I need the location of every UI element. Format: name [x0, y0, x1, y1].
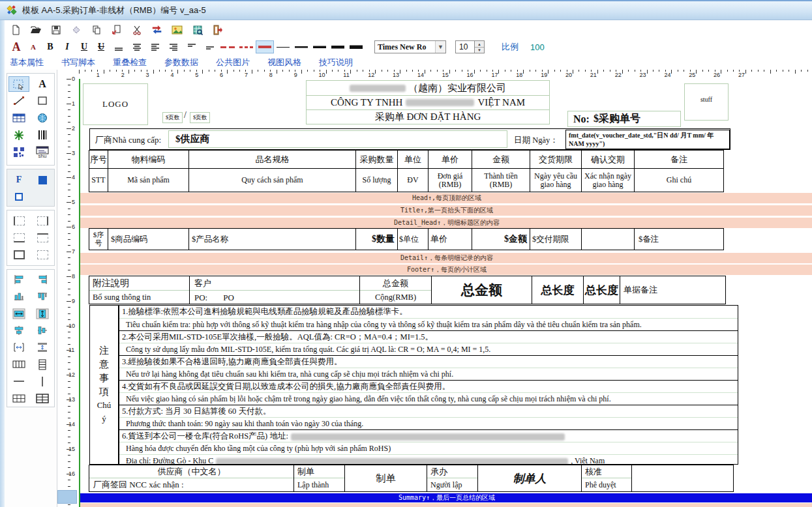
rect-tool[interactable] — [32, 93, 53, 109]
footer-total-label-cell[interactable]: 总金额 Cộng(RMB) — [359, 276, 432, 304]
fill-color-button[interactable] — [32, 172, 53, 188]
align-middle-text-icon[interactable] — [201, 40, 219, 53]
align-top-text-icon[interactable] — [183, 40, 201, 53]
font-size-spinner[interactable]: 10 ▲ ▼ — [455, 40, 485, 53]
detail-cell-0[interactable]: $序号 — [89, 228, 108, 250]
import-icon[interactable] — [110, 24, 123, 36]
band-next-partial[interactable] — [80, 503, 812, 507]
company-name-vn-box[interactable]: CÔNG TY TNHH VIỆT NAM — [306, 95, 550, 110]
line-dash-icon[interactable] — [219, 40, 237, 53]
ruler-corner-marker[interactable] — [57, 490, 77, 504]
table-tool[interactable] — [8, 110, 29, 126]
align-center-icon[interactable] — [128, 40, 146, 53]
tab-1[interactable]: 基本属性 — [10, 57, 44, 68]
line-hair-icon[interactable] — [274, 40, 292, 53]
strikethrough-button[interactable]: U — [93, 40, 110, 53]
band-footer[interactable]: Footer↑，每页的小计区域 — [80, 265, 812, 275]
select-tool[interactable] — [8, 76, 29, 92]
font-button[interactable]: F — [8, 172, 29, 188]
border-none-button[interactable] — [32, 247, 53, 263]
line-tool[interactable] — [8, 93, 29, 109]
note-vn-3[interactable]: Nếu trở lại hàng không đạt tiêu chuẩn sa… — [119, 368, 738, 380]
image-icon[interactable] — [171, 24, 184, 36]
stuff-box[interactable]: stuff — [684, 83, 729, 121]
split-columns-button[interactable] — [8, 356, 29, 372]
note-cn-1[interactable]: 1.撿驗標準:依照本公司進料撿驗規範與电线類產品撿驗規範及產品撿驗標準卡。 — [119, 306, 738, 318]
font-shrink-button[interactable]: A — [25, 40, 42, 53]
barcode-color-tool[interactable] — [8, 127, 29, 143]
open-icon[interactable] — [29, 24, 42, 36]
tab-6[interactable]: 视图风格 — [267, 57, 301, 68]
note-address[interactable]: Địa chỉ: Đường Gò - Khu C, Việt Nam — [119, 454, 738, 465]
note-vn-1[interactable]: Tiêu chuẩn kiểm tra: phù hợp với thông s… — [119, 318, 738, 330]
web-check-icon[interactable] — [191, 24, 204, 36]
bold-button[interactable]: B — [42, 40, 59, 53]
footer-length1-cell[interactable]: 总长度 — [532, 276, 584, 304]
image-tool[interactable] — [32, 110, 53, 126]
header-col-8[interactable]: 确认交期Xác nhận ngày giao hàng — [581, 150, 635, 192]
barcode-tool[interactable] — [32, 127, 53, 143]
order-no-box[interactable]: No: $采购单号 — [567, 111, 681, 127]
band-detail-head[interactable]: Detail_Head↑，明细标题区的内容 — [80, 218, 812, 228]
center-horizontal-button[interactable] — [8, 323, 29, 338]
header-col-5[interactable]: 单价Đơn giá (RMB) — [428, 150, 472, 192]
header-col-3[interactable]: 采购数量Số lượng — [355, 150, 398, 192]
header-col-0[interactable]: 序号STT — [89, 150, 108, 192]
band-detail[interactable]: Detail↑，每条明细记录的内容 — [80, 253, 812, 263]
logo-box[interactable]: LOGO — [83, 83, 148, 125]
underline-button[interactable]: U — [76, 40, 93, 53]
border-bottom-button[interactable] — [8, 230, 29, 246]
align-rights-button[interactable] — [32, 272, 53, 287]
same-width-button[interactable] — [8, 306, 29, 321]
border-top-button[interactable] — [32, 230, 53, 246]
h-spacing-button[interactable] — [8, 340, 29, 355]
exit-icon[interactable] — [211, 24, 224, 36]
header-col-1[interactable]: 物料编码Mã sản phẩm — [108, 150, 189, 192]
vertical-line-button[interactable] — [32, 373, 53, 389]
line-thick-icon[interactable] — [329, 40, 347, 53]
copy-icon[interactable] — [90, 24, 103, 36]
sig-empty-cell[interactable] — [631, 465, 734, 492]
qrcode-tool[interactable] — [8, 144, 29, 160]
border-all-button[interactable] — [8, 247, 29, 263]
footer-length2-cell[interactable]: 总长度 — [583, 276, 620, 304]
sig-supplier-cell[interactable]: 供应商（中文名） 厂商签回 NCC xác nhận : — [89, 465, 294, 492]
page-count-box[interactable]: $页数 — [190, 112, 210, 123]
line-thin-icon[interactable] — [292, 40, 310, 53]
band-summary[interactable]: Summary↑，最后一页总结的区域 — [80, 493, 812, 502]
align-bottom-text-icon[interactable] — [110, 40, 128, 53]
footer-total-amount-cell[interactable]: 总金额 — [431, 276, 532, 304]
split-rows-button[interactable] — [32, 356, 53, 372]
subreport-tool[interactable]: shu — [32, 144, 53, 160]
border-left-button[interactable] — [8, 213, 29, 229]
detail-cell-1[interactable]: $商品编码 — [108, 228, 189, 250]
note-vn-2[interactable]: Công ty sử dụng lấy mẫu đơn MIL-STD-105E… — [119, 343, 738, 355]
footer-note-cell[interactable]: 附注說明 Bổ sung thông tin — [89, 276, 190, 304]
line-solid-icon[interactable] — [256, 40, 274, 53]
detail-cell-2[interactable]: $产品名称 — [188, 228, 356, 250]
header-col-6[interactable]: 金额Thành tiền (RMB) — [472, 150, 530, 192]
detail-cell-6[interactable]: $金额 — [472, 228, 530, 250]
border-color-button[interactable] — [8, 189, 29, 205]
band-head[interactable]: Head↑,每页顶部的区域 — [80, 193, 812, 203]
line-dot-icon[interactable] — [237, 40, 256, 53]
spin-up-icon[interactable]: ▲ — [475, 41, 484, 47]
footer-doc-note-cell[interactable]: 单据备注 — [620, 276, 726, 304]
footer-customer-cell[interactable]: 客户 PO: PO — [189, 276, 360, 304]
note-cn-2[interactable]: 2.本公司采用MIL-STD-105E單次抽樣,一般撿驗。AQL值為: CR=O… — [119, 330, 738, 343]
company-name-cn-box[interactable]: （越南）实业有限公司 — [306, 80, 550, 96]
tab-3[interactable]: 重叠检查 — [113, 57, 147, 68]
sig-maker-center-cell[interactable]: 制单 — [344, 465, 427, 492]
sig-approve-cell[interactable]: 核准 Phê duyệt — [581, 465, 632, 492]
align-tops-button[interactable] — [32, 289, 53, 304]
big-grid-button[interactable] — [32, 390, 53, 406]
detail-cell-5[interactable]: 单价 — [428, 228, 472, 250]
note-vn-5[interactable]: Phương thức thanh toán: 90 ngày sau khi … — [119, 417, 738, 429]
note-vn-6[interactable]: Hàng hóa được chuyển đến kho tầng một củ… — [119, 442, 738, 454]
sig-handler-cell[interactable]: 承办 Người lập — [427, 465, 478, 492]
new-icon[interactable] — [9, 24, 22, 36]
chevron-down-icon[interactable]: ▼ — [435, 41, 445, 53]
detail-cell-7[interactable]: $交付期限 — [530, 228, 582, 250]
align-bottoms-button[interactable] — [8, 289, 29, 304]
v-spacing-button[interactable] — [32, 340, 53, 355]
